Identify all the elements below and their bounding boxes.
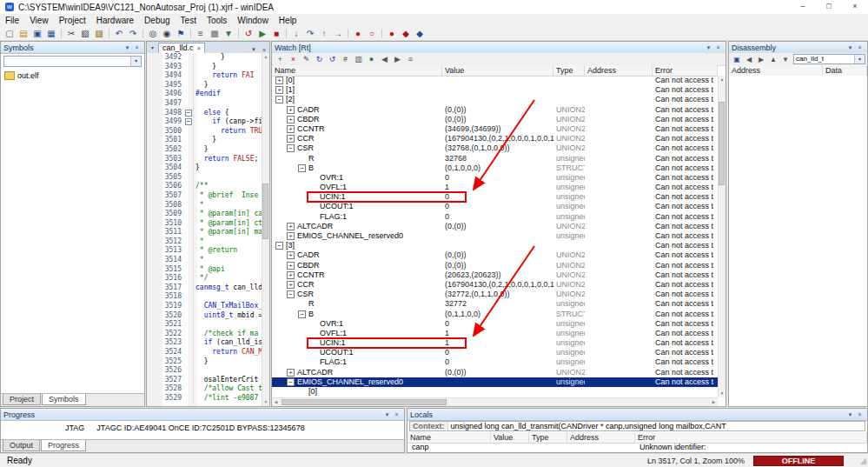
editor-line[interactable]: 3510 * @param[in] ct: [147, 219, 262, 229]
scroll-up-icon[interactable]: ▲: [767, 54, 779, 65]
menu-view[interactable]: View: [24, 15, 54, 26]
symbols-menu-icon[interactable]: ▾: [123, 44, 132, 51]
watch-row[interactable]: −B(0,1,0,0,0)STRUCT25Can not access t: [272, 163, 718, 173]
clear-breakpoints-icon[interactable]: ○: [365, 27, 379, 40]
watch-row[interactable]: UCIN:11unsignedCan not access t: [272, 338, 718, 348]
editor-line[interactable]: 3509 * @param[in] ca: [147, 210, 262, 219]
editor-line[interactable]: 3518: [147, 292, 262, 302]
locals-menu-icon[interactable]: ▾: [845, 411, 855, 418]
tab-list-icon[interactable]: ▾: [147, 43, 158, 53]
watch-row[interactable]: OVR:10unsignedCan not access t: [272, 319, 718, 329]
tree-collapse-icon[interactable]: −: [275, 96, 283, 103]
editor-line[interactable]: 3492 }: [147, 53, 262, 63]
chevron-down-icon[interactable]: ▾: [130, 57, 141, 66]
editor-line[interactable]: 3506/**: [147, 182, 262, 191]
watch-row[interactable]: −[2]Can not access t: [272, 95, 718, 104]
editor-line[interactable]: 3525 }: [147, 357, 262, 367]
bottom-tab-output[interactable]: Output: [3, 440, 40, 451]
locals-close-icon[interactable]: ×: [855, 411, 865, 417]
watch-row[interactable]: R32772unsignedCan not access t: [272, 299, 718, 309]
tab-close-icon[interactable]: ×: [197, 43, 202, 53]
run-to-cursor-icon[interactable]: →: [331, 27, 345, 40]
forward-icon[interactable]: ▶: [755, 54, 767, 65]
editor-line[interactable]: 3515 * @api: [147, 265, 262, 275]
watch-close-icon[interactable]: ×: [713, 44, 723, 50]
watch-row[interactable]: FLAG:10unsignedCan not access t: [272, 212, 718, 222]
remove-watch-icon[interactable]: ×: [287, 54, 300, 65]
menu-test[interactable]: Test: [176, 15, 202, 26]
symbols-filter-combo[interactable]: ▾: [3, 56, 142, 67]
watch-row[interactable]: OVFL:11unsignedCan not access t: [272, 183, 718, 192]
watch-column-header-name[interactable]: Name: [272, 65, 442, 76]
options-icon[interactable]: ≡: [404, 54, 417, 65]
paste-icon[interactable]: ▨: [92, 27, 106, 40]
editor-line[interactable]: 3513 * @return: [147, 246, 262, 256]
save-disasm-icon[interactable]: ▣: [731, 54, 743, 65]
locals-row[interactable]: canpUnknown identifier:: [407, 443, 867, 452]
watch-vertical-scrollbar[interactable]: ▲ ▼: [718, 76, 726, 397]
editor-line[interactable]: 3503 return FALSE;: [147, 155, 262, 164]
editor-line[interactable]: 3526: [147, 366, 262, 376]
locals-column-header-type[interactable]: Type: [529, 432, 567, 443]
watch-row[interactable]: UCOUT:10unsignedCan not access t: [272, 202, 718, 211]
locals-column-header-address[interactable]: Address: [567, 432, 635, 443]
tree-collapse-icon[interactable]: −: [287, 378, 295, 386]
step-into-icon[interactable]: ↓: [289, 27, 303, 40]
menu-hardware[interactable]: Hardware: [91, 15, 139, 26]
menu-debug[interactable]: Debug: [139, 15, 175, 26]
step-out-icon[interactable]: ↑: [317, 27, 331, 40]
tree-expand-icon[interactable]: +: [287, 106, 295, 114]
watch-row[interactable]: +EMIOS_CHANNEL_reserved0unsignedCan not …: [272, 231, 718, 241]
progress-menu-icon[interactable]: ▾: [382, 411, 392, 418]
watch-row[interactable]: [0]: [272, 387, 718, 397]
editor-line[interactable]: 3529 /*lint -e9087: [147, 394, 262, 404]
scroll-down-icon[interactable]: ▼: [262, 398, 269, 406]
editor-line[interactable]: 3517canmsg_t can_lld: [147, 284, 262, 293]
code-editor[interactable]: 3492 }3493 }3494 return FAI3495 }3496#en…: [147, 53, 262, 406]
editor-line[interactable]: 3498− else {: [147, 109, 262, 118]
tree-collapse-icon[interactable]: −: [287, 144, 295, 152]
tree-expand-icon[interactable]: +: [287, 251, 295, 259]
editor-line[interactable]: 3522 /*check if ma: [147, 330, 262, 339]
tree-expand-icon[interactable]: +: [287, 135, 295, 143]
scroll-right-icon[interactable]: ▶: [710, 398, 718, 406]
editor-line[interactable]: 3516 */: [147, 274, 262, 284]
find-icon[interactable]: ◎: [146, 27, 160, 40]
editor-line[interactable]: 3493 }: [147, 63, 262, 72]
hex-display-icon[interactable]: #: [339, 54, 352, 65]
watch-row[interactable]: +[1]Can not access t: [272, 85, 718, 95]
scroll-up-icon[interactable]: ▲: [262, 53, 269, 61]
watch-row[interactable]: FLAG:10unsignedCan not access t: [272, 357, 718, 367]
symbols-tab-symbols[interactable]: Symbols: [42, 394, 86, 405]
editor-line[interactable]: 3514 *: [147, 256, 262, 265]
copy-icon[interactable]: ▧: [78, 27, 92, 40]
watch-row[interactable]: +ALTCADR(0,(0))UNION26Can not access t: [272, 368, 718, 377]
tab-scroll-icon[interactable]: ▾: [248, 46, 259, 53]
watch-row[interactable]: +ALTCADR(0,(0))UNION26Can not access t: [272, 222, 718, 231]
minimize-button[interactable]: –: [790, 0, 816, 14]
watch-row[interactable]: +CBDR(0,(0))UNION24Can not access t: [272, 115, 718, 124]
chevron-down-icon[interactable]: ▾: [854, 55, 865, 64]
editor-line[interactable]: 3527 osalEnterCrit: [147, 376, 262, 385]
scroll-up-icon[interactable]: ▲: [719, 76, 726, 83]
watch-horizontal-scrollbar[interactable]: ◀ ▶: [272, 397, 718, 406]
watch-row[interactable]: −CSR(32768,(0,1,0,0,0))UNION25Can not ac…: [272, 143, 718, 153]
watch-menu-icon[interactable]: ▾: [704, 44, 713, 51]
disassembly-function-combo[interactable]: can_lld_t▾: [793, 54, 865, 64]
editor-line[interactable]: 3521: [147, 320, 262, 330]
disassembly-column-header-address[interactable]: Address: [729, 65, 823, 76]
editor-line[interactable]: 3528 /*allow Cast t: [147, 384, 262, 394]
watch-row[interactable]: UCOUT:10unsignedCan not access t: [272, 348, 718, 357]
locals-column-header-value[interactable]: Value: [491, 432, 529, 443]
redo-icon[interactable]: ↷: [126, 27, 140, 40]
watch-row[interactable]: +CCNTR(20623,(20623))UNION24Can not acce…: [272, 270, 718, 280]
editor-line[interactable]: 3520 uint8_t mbid =: [147, 311, 262, 321]
disassembly-close-icon[interactable]: ×: [855, 44, 865, 50]
tree-expand-icon[interactable]: +: [275, 86, 283, 94]
watch-column-header-address[interactable]: Address: [585, 65, 653, 76]
scroll-down-icon[interactable]: ▼: [719, 390, 726, 397]
scroll-down-icon[interactable]: ▼: [779, 54, 792, 65]
editor-line[interactable]: 3496#endif: [147, 90, 262, 99]
tree-expand-icon[interactable]: +: [287, 116, 295, 123]
editor-line[interactable]: 3497: [147, 99, 262, 109]
